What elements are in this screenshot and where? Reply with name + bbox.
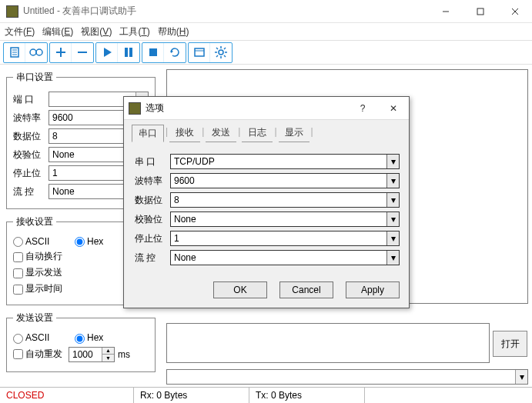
chevron-down-icon[interactable]: ▾ (386, 193, 399, 207)
svg-line-28 (224, 48, 226, 49)
menu-tools[interactable]: 工具(T) (119, 25, 149, 38)
plus-icon[interactable] (50, 43, 72, 62)
menu-help[interactable]: 帮助(H) (158, 25, 189, 38)
menu-file[interactable]: 文件(F) (5, 25, 35, 38)
svg-line-26 (224, 55, 226, 57)
svg-line-25 (216, 48, 218, 49)
maximize-button[interactable] (463, 0, 497, 23)
dlg-parity-label: 校验位 (135, 213, 170, 226)
tab-log[interactable]: 日志 (242, 125, 273, 142)
history-combo[interactable]: ▾ (166, 369, 528, 385)
minus-icon[interactable] (72, 43, 93, 62)
chevron-down-icon[interactable]: ▾ (515, 370, 527, 384)
menu-bar: 文件(F) 编辑(E) 视图(V) 工具(T) 帮助(H) (0, 23, 532, 40)
tab-display[interactable]: 显示 (279, 125, 309, 142)
dlg-parity-combo[interactable]: None▾ (170, 211, 400, 227)
svg-rect-1 (477, 8, 483, 15)
dlg-stop-label: 停止位 (135, 232, 170, 245)
svg-point-9 (36, 49, 42, 55)
send-settings-legend: 发送设置 (13, 311, 56, 325)
svg-marker-13 (104, 48, 112, 57)
dialog-title-bar[interactable]: 选项 ? ✕ (124, 97, 409, 120)
cancel-button[interactable]: Cancel (279, 281, 333, 298)
dlg-flow-combo[interactable]: None▾ (170, 250, 400, 265)
send-textarea[interactable] (166, 323, 490, 363)
recv-ascii-radio[interactable]: ASCII (13, 236, 75, 247)
dlg-flow-label: 流 控 (135, 251, 170, 265)
recv-settings-legend: 接收设置 (13, 215, 56, 228)
svg-point-20 (219, 50, 223, 55)
interval-spinner[interactable]: 1000▲▼ (69, 347, 115, 362)
spin-up-icon[interactable]: ▲ (102, 348, 114, 355)
title-bar: Untitled - 友善串口调试助手 (0, 0, 532, 23)
send-settings-group: 发送设置 ASCII Hex 自动重发 1000▲▼ ms (6, 311, 156, 371)
window-icon[interactable] (189, 43, 210, 62)
ms-label: ms (118, 349, 130, 360)
chevron-down-icon[interactable]: ▾ (386, 251, 399, 265)
options-dialog: 选项 ? ✕ 串口| 接收| 发送| 日志| 显示| 串 口TCP/UDP▾ 波… (123, 96, 410, 308)
dialog-title: 选项 (146, 102, 164, 115)
dlg-port-label: 串 口 (135, 155, 170, 168)
status-connection: CLOSED (0, 388, 134, 403)
stop-icon[interactable] (142, 43, 164, 62)
new-file-icon[interactable] (4, 43, 25, 62)
pause-icon[interactable] (118, 43, 139, 62)
serial-settings-legend: 串口设置 (13, 71, 56, 84)
chevron-down-icon[interactable]: ▾ (386, 174, 399, 188)
record-icon[interactable] (25, 43, 47, 62)
svg-point-8 (30, 49, 36, 55)
svg-marker-17 (171, 50, 173, 53)
ok-button[interactable]: OK (213, 281, 267, 298)
showtime-check[interactable]: 显示时间 (13, 282, 62, 295)
dialog-tabs: 串口| 接收| 发送| 日志| 显示| (124, 120, 409, 142)
svg-line-27 (216, 55, 218, 57)
status-tx: Tx: 0 Bytes (249, 388, 365, 403)
dlg-stop-combo[interactable]: 1▾ (170, 231, 400, 246)
svg-rect-18 (195, 48, 204, 56)
dlg-data-label: 数据位 (135, 194, 170, 207)
chevron-down-icon[interactable]: ▾ (386, 155, 399, 168)
help-button[interactable]: ? (347, 97, 378, 120)
tab-serial[interactable]: 串口 (132, 125, 164, 142)
autoresend-check[interactable]: 自动重发 (13, 348, 69, 361)
status-bar: CLOSED Rx: 0 Bytes Tx: 0 Bytes (0, 387, 532, 403)
apply-button[interactable]: Apply (346, 281, 400, 298)
window-title: Untitled - 友善串口调试助手 (23, 5, 136, 18)
recv-hex-radio[interactable]: Hex (75, 236, 110, 247)
svg-rect-14 (125, 48, 128, 57)
spin-down-icon[interactable]: ▼ (102, 355, 114, 361)
showsend-check[interactable]: 显示发送 (13, 266, 62, 279)
parity-label: 校验位 (13, 148, 49, 162)
dlg-data-combo[interactable]: 8▾ (170, 192, 400, 208)
app-icon (6, 5, 18, 18)
menu-edit[interactable]: 编辑(E) (42, 25, 73, 38)
close-button[interactable] (497, 0, 532, 23)
flow-label: 流 控 (13, 185, 49, 198)
port-label: 端 口 (13, 93, 49, 106)
toolbar (0, 40, 532, 65)
refresh-icon[interactable] (164, 43, 186, 62)
gear-icon[interactable] (210, 43, 232, 62)
open-button[interactable]: 打开 (493, 331, 527, 357)
databits-label: 数据位 (13, 130, 49, 143)
chevron-down-icon[interactable]: ▾ (386, 212, 399, 226)
status-spacer (365, 388, 532, 403)
send-hex-radio[interactable]: Hex (75, 332, 110, 343)
play-icon[interactable] (96, 43, 118, 62)
menu-view[interactable]: 视图(V) (81, 25, 112, 38)
dlg-baud-combo[interactable]: 9600▾ (170, 173, 400, 188)
close-button[interactable]: ✕ (378, 97, 409, 120)
minimize-button[interactable] (428, 0, 463, 23)
send-ascii-radio[interactable]: ASCII (13, 332, 75, 343)
tab-send[interactable]: 发送 (206, 125, 236, 142)
svg-rect-16 (149, 48, 157, 56)
tab-recv[interactable]: 接收 (169, 125, 200, 142)
stopbits-label: 停止位 (13, 167, 49, 180)
app-icon (129, 102, 141, 115)
dlg-port-combo[interactable]: TCP/UDP▾ (170, 154, 400, 169)
baud-label: 波特率 (13, 112, 49, 125)
autowrap-check[interactable]: 自动换行 (13, 250, 62, 263)
status-rx: Rx: 0 Bytes (134, 388, 249, 403)
dlg-baud-label: 波特率 (135, 175, 170, 188)
chevron-down-icon[interactable]: ▾ (386, 231, 399, 245)
